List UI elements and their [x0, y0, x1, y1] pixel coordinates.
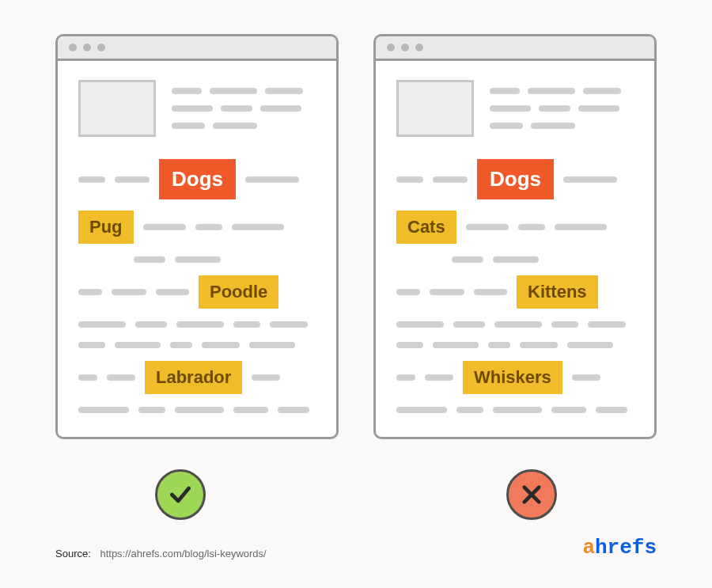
primary-keyword-tag: Dogs — [477, 159, 554, 199]
example-page-bad: Dogs Cats Kittens — [373, 34, 657, 439]
heading-placeholder — [172, 88, 303, 129]
page-body: Dogs Pug Poodle — [58, 61, 336, 437]
related-keyword-tag: Poodle — [199, 275, 278, 309]
primary-keyword-tag: Dogs — [159, 159, 236, 199]
window-dot — [83, 44, 91, 51]
window-dot — [387, 44, 395, 51]
cross-icon — [506, 469, 557, 520]
example-page-good: Dogs Pug Poodle — [55, 34, 339, 439]
window-dot — [69, 44, 77, 51]
window-dot — [415, 44, 423, 51]
related-keyword-tag: Labrador — [145, 361, 242, 394]
window-titlebar — [58, 36, 336, 61]
heading-placeholder — [490, 88, 621, 129]
related-keyword-tag: Kittens — [517, 275, 598, 309]
source-url: https://ahrefs.com/blog/lsi-keywords/ — [100, 548, 266, 560]
window-dot — [97, 44, 105, 51]
ahrefs-logo: ahrefs — [582, 536, 657, 560]
thumbnail-placeholder — [396, 80, 474, 137]
related-keyword-tag: Pug — [78, 211, 134, 244]
related-keyword-tag: Whiskers — [463, 361, 562, 394]
source-label: Source: — [55, 548, 91, 560]
window-titlebar — [376, 36, 654, 61]
checkmark-icon — [155, 469, 206, 520]
related-keyword-tag: Cats — [396, 211, 456, 244]
window-dot — [401, 44, 409, 51]
thumbnail-placeholder — [78, 80, 156, 137]
page-body: Dogs Cats Kittens — [376, 61, 654, 437]
source-attribution: Source: https://ahrefs.com/blog/lsi-keyw… — [55, 548, 267, 560]
